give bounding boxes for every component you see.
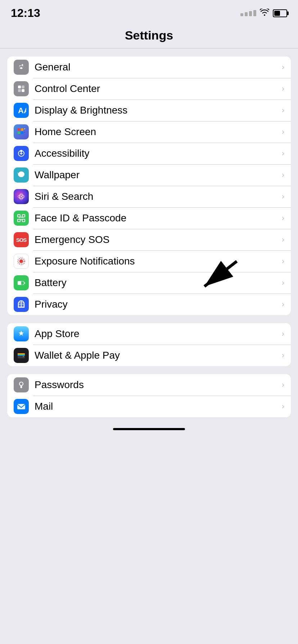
- emergency-sos-chevron: [282, 235, 284, 244]
- privacy-chevron: [282, 300, 284, 309]
- accessibility-chevron: [282, 149, 284, 158]
- settings-row-exposure[interactable]: Exposure Notifications: [7, 250, 291, 272]
- exposure-icon: [14, 254, 29, 269]
- svg-rect-0: [18, 86, 21, 88]
- settings-group-apps: App Store Wallet & Apple Pay: [7, 323, 291, 366]
- svg-rect-33: [18, 281, 21, 285]
- siri-search-icon: [14, 189, 29, 204]
- settings-row-accessibility[interactable]: Accessibility: [7, 143, 291, 164]
- svg-point-26: [22, 217, 23, 218]
- home-screen-icon: [14, 124, 29, 139]
- svg-rect-3: [22, 89, 24, 92]
- general-label: General: [35, 61, 279, 73]
- emergency-sos-label: Emergency SOS: [35, 234, 279, 245]
- signal-icon: [240, 10, 256, 16]
- battery-label: Battery: [35, 277, 279, 289]
- page-title-container: Settings: [0, 23, 298, 49]
- svg-rect-6: [21, 128, 23, 131]
- settings-row-wallpaper[interactable]: Wallpaper: [7, 164, 291, 186]
- mail-chevron: [282, 402, 284, 411]
- svg-rect-5: [18, 128, 20, 131]
- app-store-icon: [14, 326, 29, 341]
- svg-rect-45: [23, 356, 24, 357]
- svg-text:AA: AA: [18, 106, 26, 115]
- mail-icon: [14, 399, 29, 414]
- svg-rect-48: [20, 387, 22, 387]
- passwords-label: Passwords: [35, 379, 279, 391]
- settings-row-privacy[interactable]: Privacy: [7, 294, 291, 315]
- wallet-label: Wallet & Apple Pay: [35, 350, 279, 361]
- svg-rect-43: [18, 354, 25, 355]
- svg-rect-44: [18, 355, 25, 356]
- home-screen-label: Home Screen: [35, 126, 279, 138]
- settings-row-battery[interactable]: Battery: [7, 272, 291, 294]
- general-chevron: [282, 63, 284, 72]
- settings-row-general[interactable]: General: [7, 56, 291, 78]
- svg-rect-34: [24, 282, 25, 284]
- wallet-chevron: [282, 351, 284, 360]
- svg-point-16: [22, 173, 23, 175]
- home-bar: [113, 428, 185, 430]
- wallpaper-label: Wallpaper: [35, 169, 279, 181]
- siri-search-chevron: [282, 192, 284, 201]
- settings-row-wallet[interactable]: Wallet & Apple Pay: [7, 345, 291, 366]
- svg-rect-22: [22, 215, 25, 217]
- status-icons: [240, 9, 287, 18]
- privacy-icon: [14, 297, 29, 312]
- face-id-chevron: [282, 213, 284, 223]
- settings-row-face-id[interactable]: Face ID & Passcode: [7, 207, 291, 229]
- passwords-chevron: [282, 380, 284, 390]
- siri-search-label: Siri & Search: [35, 191, 279, 202]
- svg-point-46: [19, 382, 23, 386]
- settings-row-app-store[interactable]: App Store: [7, 323, 291, 345]
- exposure-label: Exposure Notifications: [35, 256, 279, 267]
- general-icon: [14, 60, 29, 75]
- settings-row-emergency-sos[interactable]: SOS Emergency SOS: [7, 229, 291, 250]
- svg-rect-10: [24, 132, 25, 133]
- svg-rect-38: [18, 306, 24, 308]
- svg-point-15: [19, 173, 21, 175]
- exposure-chevron: [282, 257, 284, 266]
- svg-point-28: [19, 259, 23, 263]
- settings-row-mail[interactable]: Mail: [7, 396, 291, 417]
- settings-group-passwords-mail: Passwords Mail: [7, 374, 291, 417]
- settings-group-main: General Control Center AA Display & Brig…: [7, 56, 291, 315]
- svg-rect-8: [21, 132, 23, 134]
- control-center-chevron: [282, 84, 284, 93]
- status-time: 12:13: [11, 6, 40, 20]
- settings-row-control-center[interactable]: Control Center: [7, 78, 291, 100]
- app-store-label: App Store: [35, 328, 279, 340]
- wallpaper-icon: [14, 167, 29, 183]
- wallpaper-chevron: [282, 170, 284, 180]
- control-center-icon: [14, 81, 29, 96]
- control-center-label: Control Center: [35, 83, 279, 95]
- display-brightness-label: Display & Brightness: [35, 105, 279, 116]
- status-bar: 12:13: [0, 0, 298, 23]
- battery-chevron: [282, 278, 284, 288]
- svg-rect-21: [18, 215, 20, 217]
- display-brightness-icon: AA: [14, 103, 29, 118]
- battery-status-icon: [273, 9, 287, 17]
- display-brightness-chevron: [282, 106, 284, 115]
- settings-row-siri-search[interactable]: Siri & Search: [7, 186, 291, 207]
- settings-row-display-brightness[interactable]: AA Display & Brightness: [7, 100, 291, 121]
- app-store-chevron: [282, 329, 284, 339]
- wallet-icon: [14, 348, 29, 363]
- wifi-icon: [260, 9, 269, 18]
- accessibility-icon: [14, 146, 29, 161]
- accessibility-label: Accessibility: [35, 148, 279, 159]
- svg-rect-9: [24, 128, 25, 129]
- face-id-label: Face ID & Passcode: [35, 212, 279, 224]
- face-id-icon: [14, 211, 29, 226]
- privacy-label: Privacy: [35, 299, 279, 310]
- svg-rect-7: [18, 132, 20, 134]
- settings-row-passwords[interactable]: Passwords: [7, 374, 291, 396]
- battery-icon: [14, 275, 29, 290]
- settings-row-home-screen[interactable]: Home Screen: [7, 121, 291, 143]
- svg-rect-2: [22, 86, 24, 88]
- home-screen-chevron: [282, 127, 284, 137]
- svg-rect-49: [17, 404, 25, 409]
- page-title: Settings: [125, 28, 173, 42]
- svg-point-20: [21, 196, 22, 197]
- svg-rect-1: [18, 89, 21, 92]
